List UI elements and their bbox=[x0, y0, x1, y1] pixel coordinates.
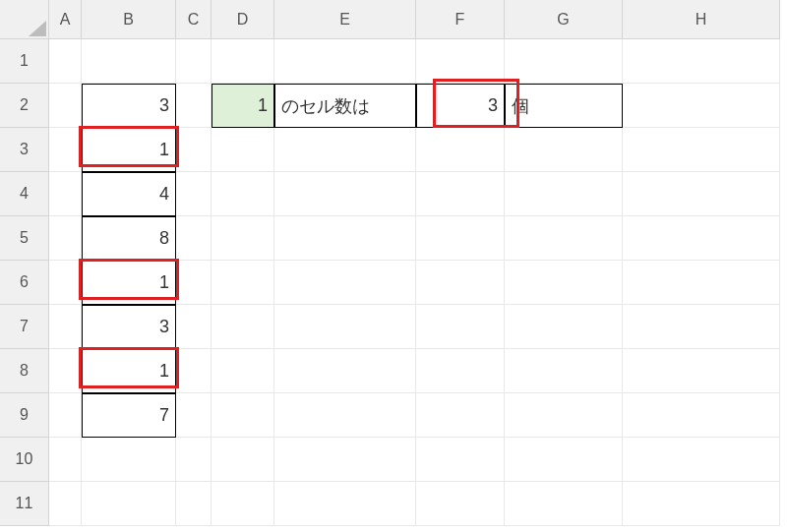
col-header-B[interactable]: B bbox=[82, 0, 176, 39]
col-header-H[interactable]: H bbox=[623, 0, 780, 39]
cell-G1[interactable] bbox=[505, 39, 623, 84]
cell-G3[interactable] bbox=[505, 128, 623, 172]
cell-E5[interactable] bbox=[274, 216, 416, 261]
cell-A5[interactable] bbox=[49, 216, 82, 261]
col-header-E[interactable]: E bbox=[274, 0, 416, 39]
cell-B1[interactable] bbox=[82, 39, 176, 84]
cell-D8[interactable] bbox=[212, 349, 274, 393]
col-header-F[interactable]: F bbox=[416, 0, 505, 39]
cell-H7[interactable] bbox=[623, 305, 780, 349]
cell-F1[interactable] bbox=[416, 39, 505, 84]
cell-C8[interactable] bbox=[176, 349, 212, 393]
cell-A2[interactable] bbox=[49, 84, 82, 128]
cell-A6[interactable] bbox=[49, 261, 82, 305]
cell-D4[interactable] bbox=[212, 172, 274, 216]
cell-D10[interactable] bbox=[212, 438, 274, 482]
cell-B2[interactable]: 3 bbox=[82, 84, 176, 128]
row-header-5[interactable]: 5 bbox=[0, 216, 49, 261]
cell-G10[interactable] bbox=[505, 438, 623, 482]
cell-G11[interactable] bbox=[505, 482, 623, 526]
cell-D9[interactable] bbox=[212, 393, 274, 438]
cell-A8[interactable] bbox=[49, 349, 82, 393]
cell-H11[interactable] bbox=[623, 482, 780, 526]
cell-H5[interactable] bbox=[623, 216, 780, 261]
cell-H8[interactable] bbox=[623, 349, 780, 393]
row-header-6[interactable]: 6 bbox=[0, 261, 49, 305]
row-header-4[interactable]: 4 bbox=[0, 172, 49, 216]
cell-C11[interactable] bbox=[176, 482, 212, 526]
cell-A10[interactable] bbox=[49, 438, 82, 482]
cell-G2[interactable]: 個 bbox=[505, 84, 623, 128]
cell-F3[interactable] bbox=[416, 128, 505, 172]
row-header-1[interactable]: 1 bbox=[0, 39, 49, 84]
cell-C9[interactable] bbox=[176, 393, 212, 438]
cell-C1[interactable] bbox=[176, 39, 212, 84]
cell-G8[interactable] bbox=[505, 349, 623, 393]
cell-F5[interactable] bbox=[416, 216, 505, 261]
cell-D6[interactable] bbox=[212, 261, 274, 305]
cell-B9[interactable]: 7 bbox=[82, 393, 176, 438]
row-header-11[interactable]: 11 bbox=[0, 482, 49, 526]
cell-E10[interactable] bbox=[274, 438, 416, 482]
cell-B7[interactable]: 3 bbox=[82, 305, 176, 349]
cell-G5[interactable] bbox=[505, 216, 623, 261]
cell-F11[interactable] bbox=[416, 482, 505, 526]
cell-C4[interactable] bbox=[176, 172, 212, 216]
cell-E8[interactable] bbox=[274, 349, 416, 393]
cell-C10[interactable] bbox=[176, 438, 212, 482]
cell-C7[interactable] bbox=[176, 305, 212, 349]
cell-B4[interactable]: 4 bbox=[82, 172, 176, 216]
cell-C6[interactable] bbox=[176, 261, 212, 305]
cell-F7[interactable] bbox=[416, 305, 505, 349]
row-header-7[interactable]: 7 bbox=[0, 305, 49, 349]
cell-H2[interactable] bbox=[623, 84, 780, 128]
cell-F8[interactable] bbox=[416, 349, 505, 393]
col-header-C[interactable]: C bbox=[176, 0, 212, 39]
cell-E6[interactable] bbox=[274, 261, 416, 305]
cell-D2[interactable]: 1 bbox=[212, 84, 274, 128]
cell-E7[interactable] bbox=[274, 305, 416, 349]
cell-H1[interactable] bbox=[623, 39, 780, 84]
row-header-8[interactable]: 8 bbox=[0, 349, 49, 393]
cell-G9[interactable] bbox=[505, 393, 623, 438]
select-all-corner[interactable] bbox=[0, 0, 49, 39]
cell-E9[interactable] bbox=[274, 393, 416, 438]
col-header-G[interactable]: G bbox=[505, 0, 623, 39]
cell-H9[interactable] bbox=[623, 393, 780, 438]
cell-D7[interactable] bbox=[212, 305, 274, 349]
cell-E4[interactable] bbox=[274, 172, 416, 216]
cell-F4[interactable] bbox=[416, 172, 505, 216]
cell-B10[interactable] bbox=[82, 438, 176, 482]
cell-F2[interactable]: 3 bbox=[416, 84, 505, 128]
cell-B3[interactable]: 1 bbox=[82, 128, 176, 172]
cell-F9[interactable] bbox=[416, 393, 505, 438]
cell-C2[interactable] bbox=[176, 84, 212, 128]
cell-B11[interactable] bbox=[82, 482, 176, 526]
row-header-2[interactable]: 2 bbox=[0, 84, 49, 128]
cell-C5[interactable] bbox=[176, 216, 212, 261]
cell-B6[interactable]: 1 bbox=[82, 261, 176, 305]
cell-D11[interactable] bbox=[212, 482, 274, 526]
cell-C3[interactable] bbox=[176, 128, 212, 172]
cell-B8[interactable]: 1 bbox=[82, 349, 176, 393]
col-header-A[interactable]: A bbox=[49, 0, 82, 39]
cell-G4[interactable] bbox=[505, 172, 623, 216]
cell-G6[interactable] bbox=[505, 261, 623, 305]
row-header-3[interactable]: 3 bbox=[0, 128, 49, 172]
cell-E1[interactable] bbox=[274, 39, 416, 84]
cell-E3[interactable] bbox=[274, 128, 416, 172]
cell-D1[interactable] bbox=[212, 39, 274, 84]
cell-B5[interactable]: 8 bbox=[82, 216, 176, 261]
cell-H4[interactable] bbox=[623, 172, 780, 216]
cell-F6[interactable] bbox=[416, 261, 505, 305]
row-header-9[interactable]: 9 bbox=[0, 393, 49, 438]
cell-H3[interactable] bbox=[623, 128, 780, 172]
cell-G7[interactable] bbox=[505, 305, 623, 349]
cell-E11[interactable] bbox=[274, 482, 416, 526]
cell-H10[interactable] bbox=[623, 438, 780, 482]
cell-D5[interactable] bbox=[212, 216, 274, 261]
cell-H6[interactable] bbox=[623, 261, 780, 305]
col-header-D[interactable]: D bbox=[212, 0, 274, 39]
cell-A3[interactable] bbox=[49, 128, 82, 172]
cell-A9[interactable] bbox=[49, 393, 82, 438]
